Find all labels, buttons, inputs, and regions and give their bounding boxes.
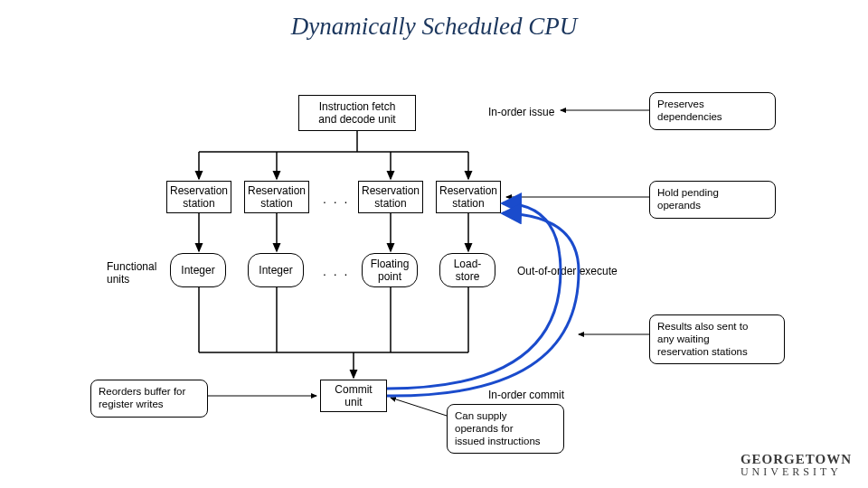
note-reorders: Reorders buffer forregister writes (90, 380, 208, 418)
brand-line2: UNIVERSITY (741, 465, 852, 479)
out-of-order-execute-label: Out-of-order execute (517, 265, 618, 277)
reservation-station-2: Reservationstation (244, 181, 309, 213)
note-preserves: Preservesdependencies (649, 92, 776, 130)
in-order-issue-label: In-order issue (488, 106, 554, 118)
func-load-store: Load-store (439, 253, 495, 287)
func-integer-2: Integer (248, 253, 304, 287)
note-supply: Can supplyoperands forissued instruction… (447, 404, 564, 454)
rs-ellipsis: . . . (323, 192, 349, 206)
note-hold: Hold pendingoperands (649, 181, 776, 219)
fetch-decode-box: Instruction fetchand decode unit (298, 95, 416, 131)
in-order-commit-label: In-order commit (488, 389, 564, 401)
reservation-station-4: Reservationstation (436, 181, 501, 213)
fu-ellipsis: . . . (323, 264, 349, 278)
reservation-station-1: Reservationstation (166, 181, 231, 213)
svg-line-19 (391, 398, 447, 416)
note-results: Results also sent toany waitingreservati… (649, 314, 785, 364)
func-floating-point: Floatingpoint (362, 253, 418, 287)
functional-units-label: Functionalunits (107, 260, 161, 286)
page-title: Dynamically Scheduled CPU (0, 0, 868, 41)
brand-logo: GEORGETOWN UNIVERSITY (741, 452, 852, 479)
reservation-station-3: Reservationstation (358, 181, 423, 213)
commit-unit-box: Commitunit (320, 380, 387, 412)
func-integer-1: Integer (170, 253, 226, 287)
